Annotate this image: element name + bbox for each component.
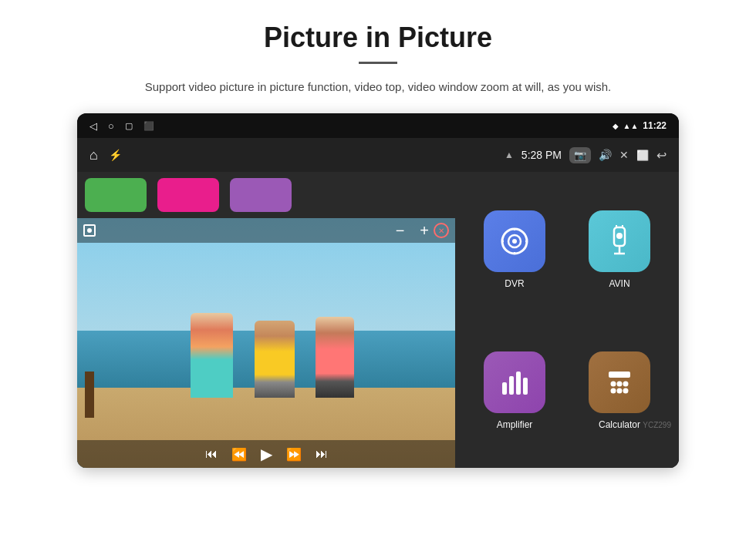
device-frame: ◁ ○ ▢ ⬛ ◆ ▲▲ 11:22 ⌂ ⚡ ▲ 5:28 PM 📷 🔊 — [77, 113, 679, 468]
svg-rect-13 — [502, 382, 507, 395]
svg-point-21 — [611, 388, 616, 393]
tree-left — [85, 372, 94, 418]
svg-point-2 — [512, 239, 517, 244]
svg-point-20 — [623, 381, 629, 386]
playback-rewind[interactable]: ⏪ — [231, 447, 247, 462]
home-circle-icon[interactable]: ○ — [108, 120, 114, 132]
recents-icon[interactable]: ▢ — [125, 121, 133, 131]
main-area: − + ✕ ⏮ ⏪ ▶ ⏩ ⏭ — [77, 172, 679, 468]
wifi-icon: ▲ — [505, 150, 514, 160]
app-bar-left: ⌂ ⚡ — [89, 147, 122, 163]
playback-skip-forward[interactable]: ⏭ — [316, 447, 328, 461]
bookmark-icon[interactable]: ⬛ — [143, 121, 154, 131]
app-cell-avin[interactable]: AVIN — [572, 184, 667, 314]
page-wrapper: Picture in Picture Support video picture… — [0, 0, 756, 538]
status-time: 11:22 — [643, 120, 667, 131]
pip-section: − + ✕ ⏮ ⏪ ▶ ⏩ ⏭ — [77, 172, 455, 468]
svg-point-22 — [617, 388, 623, 393]
pip-close-button[interactable]: ✕ — [434, 223, 449, 238]
status-bar: ◁ ○ ▢ ⬛ ◆ ▲▲ 11:22 — [77, 113, 679, 138]
pip-video-container[interactable]: − + ✕ ⏮ ⏪ ▶ ⏩ ⏭ — [77, 218, 455, 468]
person1 — [191, 313, 233, 398]
svg-point-23 — [623, 388, 629, 393]
person3 — [316, 317, 354, 398]
app-cell-amplifier[interactable]: Amplifier — [467, 325, 562, 456]
person2 — [255, 321, 295, 398]
svg-rect-16 — [523, 378, 528, 395]
app-stub-netflix — [85, 178, 147, 212]
app-stub-siriusxm — [157, 178, 219, 212]
dvr-svg-icon — [498, 224, 532, 258]
playback-forward[interactable]: ⏩ — [286, 447, 302, 462]
playback-play[interactable]: ▶ — [261, 445, 272, 463]
usb-icon[interactable]: ⚡ — [109, 149, 122, 161]
calculator-icon-box — [589, 351, 650, 413]
svg-rect-17 — [609, 372, 630, 378]
amplifier-svg-icon — [498, 365, 532, 399]
pip-plus-button[interactable]: + — [420, 222, 429, 240]
pip-video-bg — [77, 218, 455, 468]
appbar-time: 5:28 PM — [521, 149, 562, 161]
close-x-icon[interactable]: ✕ — [619, 149, 629, 161]
pip-record-dot — [87, 228, 92, 233]
amplifier-label: Amplifier — [497, 419, 533, 430]
back-icon[interactable]: ◁ — [89, 120, 97, 132]
dvr-label: DVR — [505, 278, 524, 289]
signal-icon: ▲▲ — [623, 122, 639, 130]
svg-rect-14 — [509, 376, 514, 395]
calculator-svg-icon — [602, 365, 636, 399]
pip-minus-button[interactable]: − — [396, 222, 405, 240]
app-grid-row: − + ✕ ⏮ ⏪ ▶ ⏩ ⏭ — [77, 172, 679, 468]
app-stub-wheelkey — [230, 178, 292, 212]
status-bar-right: ◆ ▲▲ 11:22 — [613, 120, 667, 131]
svg-point-19 — [617, 381, 623, 386]
avin-svg-icon — [604, 224, 635, 258]
page-title: Picture in Picture — [264, 22, 492, 54]
pip-controls-bar: − + ✕ — [77, 218, 455, 243]
app-cell-dvr[interactable]: DVR — [467, 184, 562, 314]
top-apps-row — [77, 172, 455, 218]
title-divider — [359, 62, 397, 64]
status-bar-left: ◁ ○ ▢ ⬛ — [89, 120, 154, 132]
calculator-label: Calculator — [599, 419, 640, 430]
svg-point-18 — [611, 381, 616, 386]
avin-label: AVIN — [609, 278, 629, 289]
playback-skip-back[interactable]: ⏮ — [205, 447, 218, 461]
home-icon[interactable]: ⌂ — [89, 147, 98, 163]
svg-rect-15 — [516, 372, 521, 395]
svg-point-12 — [616, 233, 623, 239]
page-subtitle: Support video picture in picture functio… — [145, 78, 611, 96]
app-bar: ⌂ ⚡ ▲ 5:28 PM 📷 🔊 ✕ ⬜ ↩ — [77, 138, 679, 172]
pip-record-icon — [83, 224, 96, 237]
amplifier-icon-box — [484, 351, 545, 413]
watermark: YCZ299 — [643, 421, 671, 429]
app-cell-calculator[interactable]: Calculator — [572, 325, 667, 456]
back-arrow-icon[interactable]: ↩ — [656, 148, 667, 163]
camera-icon[interactable]: 📷 — [569, 147, 591, 163]
location-icon: ◆ — [613, 122, 619, 130]
volume-icon[interactable]: 🔊 — [599, 149, 612, 161]
avin-icon-box — [589, 210, 650, 272]
app-bar-right: ▲ 5:28 PM 📷 🔊 ✕ ⬜ ↩ — [505, 147, 667, 163]
pip-window-icon[interactable]: ⬜ — [636, 150, 649, 161]
pip-playback-bar: ⏮ ⏪ ▶ ⏩ ⏭ — [77, 440, 455, 468]
dvr-icon-box — [484, 210, 545, 272]
